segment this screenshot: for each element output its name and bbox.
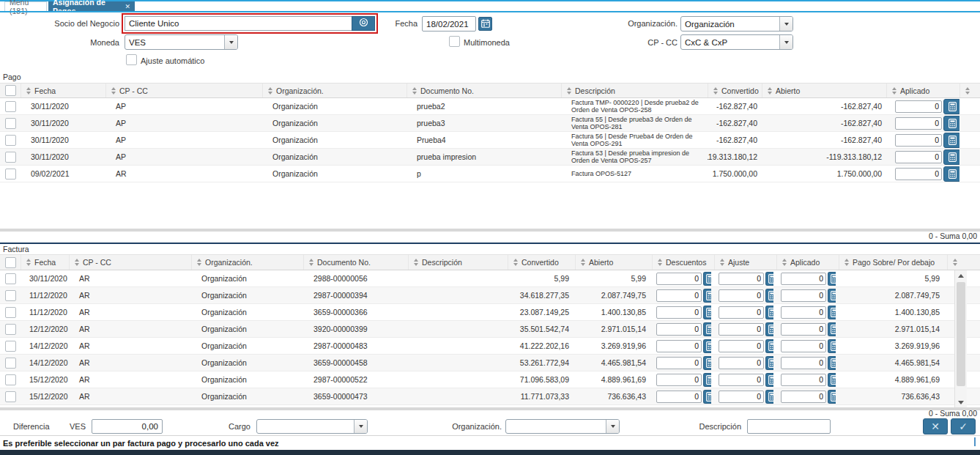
col-header-extra[interactable] — [947, 255, 980, 270]
sort-icon[interactable] — [111, 87, 116, 95]
row-checkbox[interactable] — [5, 101, 16, 112]
aplicado-input[interactable] — [781, 357, 826, 369]
sort-icon[interactable] — [658, 259, 662, 266]
calculator-button-clipped[interactable] — [765, 289, 773, 303]
col-header-aplicado[interactable]: Aplicado — [776, 255, 839, 270]
col-header-cpcc[interactable]: CP - CC — [105, 84, 262, 97]
moneda-select[interactable]: VES — [125, 34, 238, 50]
aplicado-input[interactable] — [895, 168, 942, 180]
calculator-button-clipped[interactable] — [765, 390, 773, 404]
descuentos-input[interactable] — [656, 273, 702, 285]
calculator-button-clipped[interactable] — [765, 306, 773, 319]
calculator-button-clipped[interactable] — [765, 322, 773, 336]
calculator-button-clipped[interactable] — [765, 356, 773, 370]
calculator-button-clipped[interactable] — [828, 322, 836, 336]
sort-icon[interactable] — [965, 87, 970, 95]
aplicado-input[interactable] — [895, 134, 942, 147]
col-header-fecha[interactable]: Fecha — [21, 255, 69, 270]
row-checkbox[interactable] — [5, 152, 16, 163]
row-checkbox[interactable] — [5, 118, 16, 129]
col-header-desc[interactable]: Descripción — [561, 84, 708, 97]
calculator-button-clipped[interactable] — [703, 356, 711, 370]
row-checkbox[interactable] — [5, 324, 16, 335]
calculator-button-clipped[interactable] — [828, 306, 836, 319]
row-checkbox[interactable] — [5, 290, 16, 301]
calculator-button[interactable] — [943, 166, 959, 182]
aplicado-input[interactable] — [781, 323, 826, 336]
descuentos-input[interactable] — [656, 340, 702, 352]
multimoneda-checkbox[interactable] — [449, 36, 460, 47]
col-header-descuentos[interactable]: Descuentos — [652, 255, 714, 270]
aplicado-input[interactable] — [781, 391, 826, 403]
col-header-abierto[interactable]: Abierto — [575, 255, 652, 270]
calculator-button[interactable] — [943, 99, 959, 114]
aplicado-input[interactable] — [895, 117, 942, 130]
calculator-button-clipped[interactable] — [828, 373, 836, 387]
sort-icon[interactable] — [414, 259, 418, 266]
sort-icon[interactable] — [309, 259, 313, 266]
col-header-aplicado[interactable]: Aplicado — [886, 84, 959, 97]
aplicado-input[interactable] — [781, 273, 826, 285]
row-checkbox[interactable] — [5, 169, 16, 180]
moneda-dropdown-button[interactable] — [224, 35, 237, 49]
sort-icon[interactable] — [892, 87, 897, 95]
row-checkbox[interactable] — [5, 135, 16, 146]
sort-icon[interactable] — [720, 259, 724, 266]
aplicado-input[interactable] — [781, 306, 826, 319]
sort-icon[interactable] — [75, 259, 79, 266]
calculator-button-clipped[interactable] — [703, 339, 711, 353]
sort-icon[interactable] — [567, 87, 571, 95]
sort-icon[interactable] — [26, 87, 31, 95]
ajuste-input[interactable] — [719, 273, 764, 285]
calculator-button-clipped[interactable] — [765, 373, 773, 387]
fecha-input[interactable] — [422, 16, 476, 32]
footer-organizacion-select[interactable] — [505, 419, 620, 434]
col-header-cpcc[interactable]: CP - CC — [69, 255, 191, 270]
sort-icon[interactable] — [713, 87, 718, 95]
calculator-button-clipped[interactable] — [828, 289, 836, 303]
cp-cc-dropdown-button[interactable] — [779, 35, 792, 49]
col-header-extra[interactable] — [959, 84, 980, 97]
calculator-button-clipped[interactable] — [703, 306, 711, 319]
descuentos-input[interactable] — [656, 289, 702, 302]
row-checkbox[interactable] — [5, 341, 16, 352]
calculator-button[interactable] — [943, 133, 959, 148]
col-header-fecha[interactable]: Fecha — [21, 84, 105, 97]
aplicado-input[interactable] — [781, 340, 826, 352]
aplicado-input[interactable] — [781, 374, 826, 386]
col-header-conv[interactable]: Convertido — [508, 255, 575, 270]
footer-organizacion-dropdown-button[interactable] — [606, 420, 619, 433]
business-partner-input[interactable] — [125, 16, 353, 31]
ajuste-automatico-checkbox[interactable] — [126, 54, 137, 65]
ajuste-input[interactable] — [719, 306, 764, 319]
ajuste-input[interactable] — [719, 289, 764, 302]
calculator-button-clipped[interactable] — [828, 356, 836, 370]
organizacion-select[interactable]: Organización — [680, 16, 793, 32]
business-partner-search-button[interactable] — [352, 16, 375, 31]
select-all-checkbox[interactable] — [5, 85, 16, 96]
descuentos-input[interactable] — [656, 391, 702, 403]
factura-hscrollbar[interactable] — [0, 407, 980, 410]
calculator-button-clipped[interactable] — [828, 272, 836, 286]
col-header-doc[interactable]: Documento No. — [407, 84, 561, 97]
select-all-checkbox[interactable] — [5, 257, 16, 268]
diferencia-input[interactable] — [92, 419, 163, 434]
scroll-up-button[interactable] — [955, 270, 967, 281]
tab-close-icon[interactable]: ✕ — [125, 3, 130, 10]
pago-hscrollbar[interactable] — [0, 229, 980, 232]
sort-icon[interactable] — [513, 259, 518, 266]
calculator-button-clipped[interactable] — [765, 339, 773, 353]
sort-icon[interactable] — [197, 259, 201, 266]
factura-vscrollbar[interactable] — [954, 270, 967, 407]
descuentos-input[interactable] — [656, 357, 702, 369]
tab-menu[interactable]: Menú (181) — [4, 1, 47, 11]
sort-icon[interactable] — [953, 259, 957, 266]
ajuste-input[interactable] — [719, 374, 764, 386]
row-checkbox[interactable] — [5, 391, 16, 402]
sort-icon[interactable] — [782, 259, 787, 266]
sort-icon[interactable] — [581, 259, 585, 266]
aplicado-input[interactable] — [895, 100, 942, 113]
col-header-org[interactable]: Organización. — [262, 84, 407, 97]
ajuste-input[interactable] — [719, 340, 764, 352]
cancel-button[interactable]: ✕ — [923, 418, 948, 434]
